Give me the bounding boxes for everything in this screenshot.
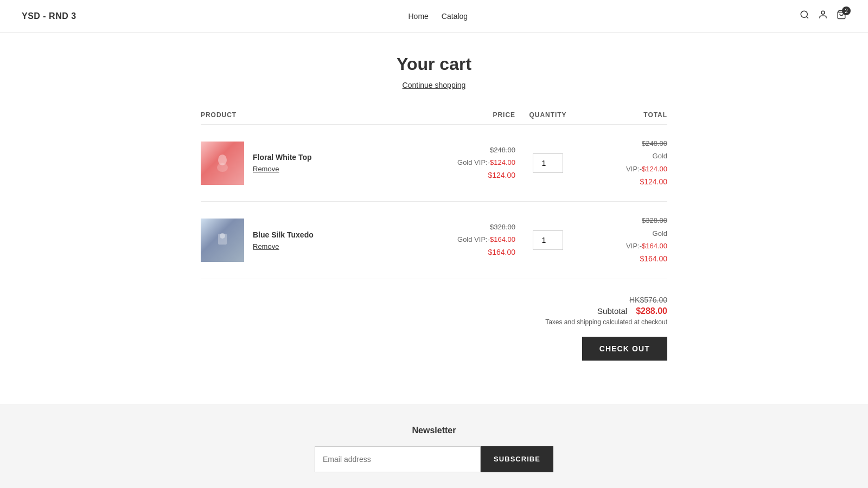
- continue-shopping-link[interactable]: Continue shopping: [201, 81, 667, 89]
- cart-summary: HK$576.00 Subtotal $288.00 Taxes and shi…: [201, 279, 667, 371]
- price-vip-label-2: Gold VIP:-: [457, 235, 490, 243]
- svg-point-0: [801, 11, 807, 17]
- price-cell-1: $248.00 Gold VIP:-$124.00 $124.00: [407, 144, 515, 182]
- taxes-note: Taxes and shipping calculated at checkou…: [545, 318, 667, 326]
- tuxedo-image-svg: [212, 229, 233, 251]
- cart-button[interactable]: 2: [837, 10, 846, 22]
- quantity-cell-2: [515, 230, 580, 250]
- quantity-input-1[interactable]: [533, 153, 563, 173]
- svg-line-1: [806, 16, 808, 18]
- newsletter-title: Newsletter: [11, 426, 857, 435]
- site-logo: YSD - RND 3: [22, 11, 76, 21]
- total-gold-label-1: Gold: [653, 152, 667, 160]
- price-original-1: $248.00: [407, 144, 515, 156]
- total-original-2: $328.00: [580, 215, 667, 227]
- search-button[interactable]: [800, 10, 809, 22]
- price-final-1: $124.00: [407, 169, 515, 182]
- subtotal-price: $288.00: [636, 306, 667, 316]
- total-cell-2: $328.00 Gold VIP:-$164.00 $164.00: [580, 215, 667, 265]
- cart-table-header: PRODUCT PRICE QUANTITY TOTAL: [201, 111, 667, 125]
- floral-image-svg: [212, 152, 233, 174]
- header-icons: 2: [800, 10, 846, 22]
- cart-item-floral-white-top: Floral White Top Remove $248.00 Gold VIP…: [201, 125, 667, 202]
- remove-button-2[interactable]: Remove: [253, 242, 279, 251]
- svg-point-7: [220, 233, 225, 239]
- total-vip-row-2: VIP:-$164.00: [580, 240, 667, 253]
- subscribe-button[interactable]: SUBSCRIBE: [481, 446, 553, 472]
- nav-home[interactable]: Home: [409, 12, 429, 21]
- product-cell-1: Floral White Top Remove: [201, 142, 407, 185]
- total-gold-row-2: Gold: [580, 227, 667, 240]
- site-header: YSD - RND 3 Home Catalog 2: [0, 0, 868, 33]
- total-gold-label-2: Gold: [653, 229, 667, 237]
- quantity-cell-1: [515, 153, 580, 173]
- price-vip-row-1: Gold VIP:-$124.00: [407, 156, 515, 169]
- cart-badge: 2: [842, 7, 851, 15]
- svg-point-2: [821, 11, 825, 14]
- quantity-input-2[interactable]: [533, 230, 563, 250]
- total-vip-label-1: VIP:-: [626, 165, 642, 173]
- product-name-2: Blue Silk Tuxedo: [253, 230, 314, 239]
- col-total: TOTAL: [580, 111, 667, 119]
- price-final-2: $164.00: [407, 246, 515, 259]
- newsletter-form: SUBSCRIBE: [315, 446, 553, 472]
- product-name-1: Floral White Top: [253, 153, 312, 162]
- total-final-2: $164.00: [580, 253, 667, 266]
- remove-button-1[interactable]: Remove: [253, 165, 279, 173]
- account-icon: [818, 10, 828, 20]
- cart-item-blue-silk-tuxedo: Blue Silk Tuxedo Remove $328.00 Gold VIP…: [201, 202, 667, 279]
- total-original-1: $248.00: [580, 138, 667, 150]
- col-product: PRODUCT: [201, 111, 407, 119]
- page-title: Your cart: [201, 54, 667, 74]
- product-info-2: Blue Silk Tuxedo Remove: [253, 230, 314, 251]
- price-vip-row-2: Gold VIP:-$164.00: [407, 233, 515, 246]
- total-final-1: $124.00: [580, 176, 667, 189]
- main-nav: Home Catalog: [409, 12, 468, 21]
- price-vip-1: $124.00: [490, 158, 515, 166]
- col-quantity: QUANTITY: [515, 111, 580, 119]
- price-cell-2: $328.00 Gold VIP:-$164.00 $164.00: [407, 221, 515, 259]
- svg-point-5: [217, 163, 228, 172]
- total-vip-row-1: VIP:-$124.00: [580, 163, 667, 176]
- price-original-2: $328.00: [407, 221, 515, 233]
- product-info-1: Floral White Top Remove: [253, 153, 312, 173]
- email-input[interactable]: [315, 446, 481, 472]
- total-vip-label-2: VIP:-: [626, 242, 642, 250]
- product-cell-2: Blue Silk Tuxedo Remove: [201, 219, 407, 262]
- total-vip-1: $124.00: [642, 165, 667, 173]
- checkout-button[interactable]: CHECK OUT: [582, 337, 667, 361]
- total-cell-1: $248.00 Gold VIP:-$124.00 $124.00: [580, 138, 667, 188]
- total-vip-2: $164.00: [642, 242, 667, 250]
- total-gold-row-1: Gold: [580, 150, 667, 163]
- subtotal-row: HK$576.00: [629, 296, 667, 304]
- site-footer: Newsletter SUBSCRIBE: [0, 404, 868, 488]
- product-image-2: [201, 219, 244, 262]
- nav-catalog[interactable]: Catalog: [442, 12, 468, 21]
- subtotal-price-row: Subtotal $288.00: [597, 306, 667, 316]
- account-button[interactable]: [818, 10, 828, 22]
- continue-shopping-anchor[interactable]: Continue shopping: [403, 81, 466, 89]
- col-price: PRICE: [407, 111, 515, 119]
- product-image-1: [201, 142, 244, 185]
- main-content: Your cart Continue shopping PRODUCT PRIC…: [190, 33, 678, 404]
- search-icon: [800, 10, 809, 20]
- price-vip-2: $164.00: [490, 235, 515, 243]
- price-vip-label-1: Gold VIP:-: [457, 158, 490, 166]
- subtotal-original: HK$576.00: [629, 296, 667, 304]
- subtotal-label: Subtotal: [597, 306, 627, 316]
